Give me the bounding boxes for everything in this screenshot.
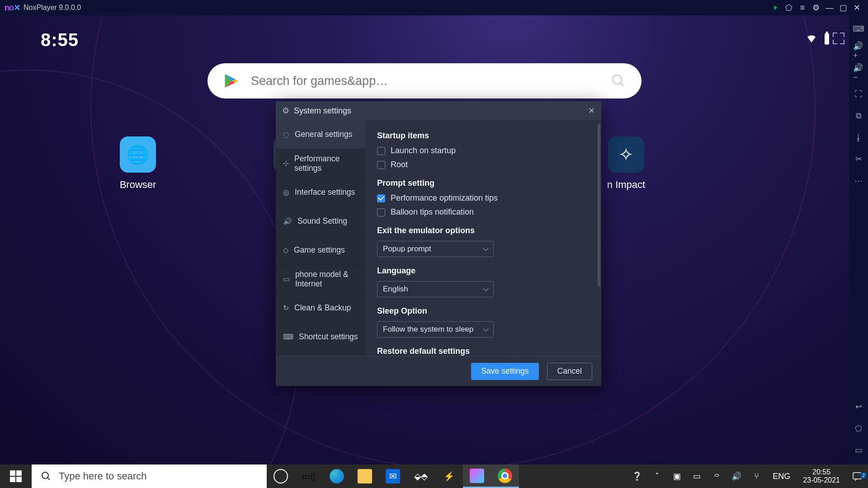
general-icon: ◌	[283, 130, 289, 139]
svg-rect-0	[825, 33, 829, 45]
section-header-prompt: Prompt setting	[377, 178, 590, 188]
section-header-exit: Exit the emulator options	[377, 226, 590, 235]
tray-wifi-icon[interactable]: ⌔	[707, 465, 726, 488]
nox-addon-icon[interactable]: ⬠	[782, 1, 796, 14]
tray-usb-icon[interactable]: ⑂	[746, 465, 766, 488]
start-button[interactable]	[0, 465, 32, 488]
sidebar-item-general[interactable]: ◌General settings	[276, 120, 365, 149]
rail-volume-down-icon[interactable]: 🔊−	[853, 67, 864, 78]
cancel-button[interactable]: Cancel	[547, 363, 592, 380]
taskbar-chrome[interactable]	[491, 465, 519, 488]
windows-taskbar: Type here to search ▭▯ ✉ ⬙⬘ ⚡ ❔ ˄ ▣ ▭ ⌔ …	[0, 465, 868, 488]
dialog-scrollbar[interactable]	[598, 124, 600, 356]
rail-recent-icon[interactable]: ▭	[853, 445, 864, 455]
sidebar-item-sound[interactable]: 🔊Sound Setting	[276, 207, 365, 236]
taskbar-cortana[interactable]	[267, 465, 295, 488]
sidebar-item-label: Clean & Backup	[294, 303, 351, 313]
sidebar-item-performance[interactable]: ⊹Performance settings	[276, 149, 365, 178]
wifi-icon	[805, 33, 818, 44]
tray-language[interactable]: ENG	[766, 472, 797, 481]
fullscreen-icon[interactable]	[833, 33, 844, 44]
button-label: Save settings	[481, 366, 528, 376]
rail-fullscreen-icon[interactable]: ⛶	[853, 89, 864, 99]
save-settings-button[interactable]: Save settings	[471, 363, 538, 380]
rail-apk-icon[interactable]: ⭳	[853, 132, 864, 143]
checkbox-root[interactable]: Root	[377, 160, 590, 169]
checkbox-box	[377, 161, 385, 169]
game-icon: ◇	[283, 246, 288, 254]
checkbox-box	[377, 194, 385, 202]
dialog-footer: Save settings Cancel	[276, 356, 601, 386]
sidebar-item-shortcut[interactable]: ⌨Shortcut settings	[276, 323, 365, 352]
rail-keyboard-icon[interactable]: ⌨	[853, 23, 864, 34]
nox-menu-icon[interactable]: ≡	[796, 1, 809, 14]
tray-battery-icon[interactable]: ▭	[687, 465, 707, 488]
rail-more-icon[interactable]: ⋯	[853, 175, 864, 186]
nox-close-icon[interactable]: ✕	[850, 1, 863, 14]
taskbar-mail[interactable]: ✉	[379, 465, 407, 488]
taskbar-taskview[interactable]: ▭▯	[295, 465, 323, 488]
select-exit-option[interactable]: Popup prompt	[377, 241, 494, 257]
checkbox-balloon-tips[interactable]: Balloon tips notification	[377, 207, 590, 217]
app-tools[interactable]: ⚙ Tools	[269, 136, 314, 191]
app-label: n Impact	[607, 179, 645, 191]
windows-search-box[interactable]: Type here to search	[32, 465, 267, 488]
app-genshin[interactable]: ✧ n Impact	[604, 136, 649, 191]
nox-gear-icon[interactable]: ⚙	[809, 1, 823, 14]
nox-window: no✕ NoxPlayer 9.0.0.0 ⬠ ≡ ⚙ — ▢ ✕ 8:55	[0, 0, 868, 465]
select-language[interactable]: English	[377, 281, 494, 297]
tray-clock[interactable]: 20:55 23-05-2021	[797, 468, 846, 485]
taskbar-nox[interactable]	[463, 465, 491, 488]
rail-scissors-icon[interactable]: ✂	[853, 154, 864, 164]
tray-volume-icon[interactable]: 🔊	[726, 465, 746, 488]
search-icon[interactable]	[611, 73, 626, 89]
nox-logo: no✕	[5, 3, 20, 13]
app-browser[interactable]: 🌐 Browser	[115, 136, 160, 191]
app-label: Browser	[120, 179, 156, 191]
sidebar-item-phone[interactable]: ▭phone model & Internet	[276, 265, 365, 294]
browser-icon: 🌐	[120, 136, 156, 173]
svg-rect-1	[826, 32, 828, 33]
sidebar-item-clean[interactable]: ↻Clean & Backup	[276, 294, 365, 323]
rail-screenshot-icon[interactable]: ⧉	[853, 110, 864, 121]
tray-chevron-up-icon[interactable]: ˄	[647, 465, 667, 488]
checkbox-perf-tips[interactable]: Performance optimization tips	[377, 193, 590, 203]
taskbar-edge[interactable]	[323, 465, 351, 488]
battery-icon	[823, 32, 831, 45]
select-sleep-option[interactable]: Follow the system to sleep	[377, 321, 494, 338]
sidebar-item-game[interactable]: ◇Game settings	[276, 236, 365, 265]
taskbar-explorer[interactable]	[351, 465, 379, 488]
home-apps: 🌐 Browser ⚙ Tools ✧ n Impact	[0, 136, 849, 191]
scrollbar-thumb[interactable]	[598, 124, 600, 286]
tray-action-center[interactable]: 2	[846, 471, 868, 482]
eye-icon: ◎	[283, 188, 289, 197]
taskview-icon: ▭▯	[302, 469, 316, 483]
dialog-title: System settings	[294, 106, 351, 116]
sidebar-item-interface[interactable]: ◎Interface settings	[276, 178, 365, 207]
tray-time-value: 20:55	[803, 468, 840, 476]
tray-meet-icon[interactable]: ▣	[667, 465, 687, 488]
nox-maximize-icon[interactable]: ▢	[836, 1, 850, 14]
nox-play-icon[interactable]	[769, 1, 782, 14]
checkbox-launch-startup[interactable]: Launch on startup	[377, 146, 590, 155]
emulator-clock: 8:55	[41, 30, 79, 50]
taskbar-app-1[interactable]: ⚡	[435, 465, 463, 488]
dialog-sidebar: ◌General settings ⊹Performance settings …	[276, 120, 365, 356]
home-search-bar[interactable]	[208, 63, 642, 99]
dialog-close-icon[interactable]: ✕	[588, 106, 595, 116]
rail-back-icon[interactable]: ↩	[853, 401, 864, 412]
tray-help-icon[interactable]: ❔	[627, 465, 647, 488]
rail-home-icon[interactable]: ⬠	[853, 423, 864, 434]
tray-date-value: 23-05-2021	[803, 476, 840, 484]
home-search-input[interactable]	[251, 74, 611, 88]
svg-line-3	[620, 83, 623, 86]
taskbar-dropbox[interactable]: ⬙⬘	[407, 465, 435, 488]
select-value: Follow the system to sleep	[383, 325, 473, 334]
sidebar-item-label: Shortcut settings	[299, 332, 358, 342]
nox-icon	[470, 469, 484, 483]
section-header-startup: Startup items	[377, 131, 590, 141]
sidebar-item-label: General settings	[295, 130, 352, 139]
nox-minimize-icon[interactable]: —	[823, 1, 836, 14]
rail-volume-up-icon[interactable]: 🔊+	[853, 45, 864, 56]
svg-point-2	[613, 75, 622, 84]
